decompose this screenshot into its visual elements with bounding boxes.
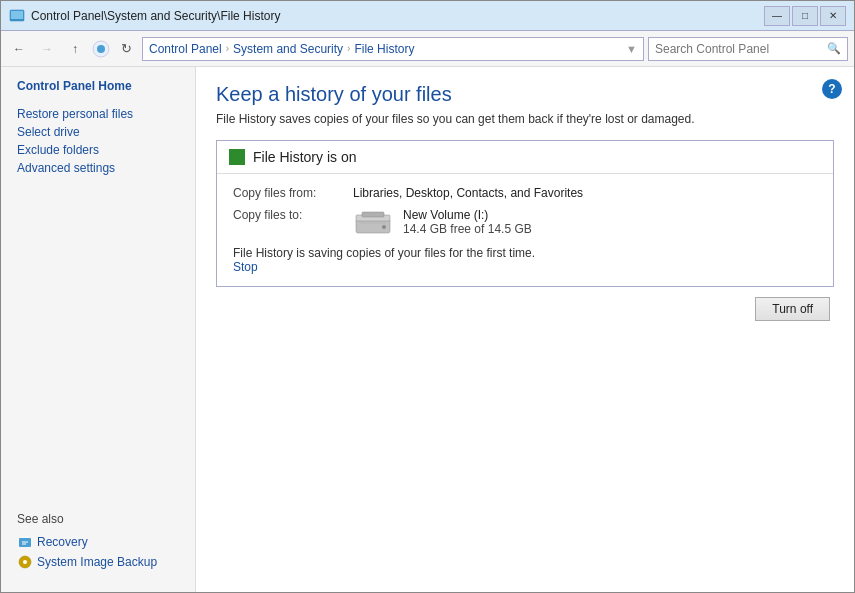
- refresh-button[interactable]: ↻: [114, 37, 138, 61]
- back-button[interactable]: ←: [7, 37, 31, 61]
- copy-from-row: Copy files from: Libraries, Desktop, Con…: [233, 186, 817, 200]
- status-box: File History is on Copy files from: Libr…: [216, 140, 834, 287]
- svg-point-3: [97, 45, 105, 53]
- svg-rect-9: [362, 212, 384, 217]
- help-button[interactable]: ?: [822, 79, 842, 99]
- status-title: File History is on: [253, 149, 356, 165]
- sidebar-backup-item: System Image Backup: [17, 552, 179, 572]
- address-icon: [91, 39, 111, 59]
- button-area: Turn off: [216, 297, 834, 321]
- drive-name: New Volume (I:): [403, 208, 532, 222]
- address-system-security[interactable]: System and Security: [233, 42, 343, 56]
- svg-point-11: [382, 225, 386, 229]
- address-control-panel[interactable]: Control Panel: [149, 42, 222, 56]
- sidebar-home-link[interactable]: Control Panel Home: [1, 77, 195, 95]
- sidebar: Control Panel Home Restore personal file…: [1, 67, 196, 592]
- recovery-link[interactable]: Recovery: [37, 535, 88, 549]
- close-button[interactable]: ✕: [820, 6, 846, 26]
- system-backup-icon: [17, 554, 33, 570]
- window-icon: [9, 8, 25, 24]
- copy-to-label: Copy files to:: [233, 208, 353, 238]
- drive-icon: [353, 208, 393, 238]
- window-title: Control Panel\System and Security\File H…: [31, 9, 280, 23]
- search-input[interactable]: [655, 42, 827, 56]
- page-description: File History saves copies of your files …: [216, 112, 834, 126]
- svg-rect-1: [11, 11, 23, 19]
- sidebar-see-also-section: See also Recovery: [1, 502, 195, 582]
- main-panel: ? Keep a history of your files File Hist…: [196, 67, 854, 592]
- title-bar-controls: — □ ✕: [764, 6, 846, 26]
- svg-point-6: [23, 560, 27, 564]
- maximize-button[interactable]: □: [792, 6, 818, 26]
- status-header: File History is on: [217, 141, 833, 174]
- sidebar-advanced-settings-link[interactable]: Advanced settings: [1, 159, 195, 177]
- turn-off-button[interactable]: Turn off: [755, 297, 830, 321]
- copy-from-label: Copy files from:: [233, 186, 353, 200]
- address-file-history[interactable]: File History: [354, 42, 414, 56]
- minimize-button[interactable]: —: [764, 6, 790, 26]
- forward-button[interactable]: →: [35, 37, 59, 61]
- copy-from-value: Libraries, Desktop, Contacts, and Favori…: [353, 186, 583, 200]
- sidebar-restore-link[interactable]: Restore personal files: [1, 105, 195, 123]
- title-bar-left: Control Panel\System and Security\File H…: [9, 8, 280, 24]
- window: Control Panel\System and Security\File H…: [0, 0, 855, 593]
- address-bar: Control Panel › System and Security › Fi…: [142, 37, 644, 61]
- sidebar-select-drive-link[interactable]: Select drive: [1, 123, 195, 141]
- search-icon: 🔍: [827, 42, 841, 55]
- saving-text: File History is saving copies of your fi…: [233, 246, 817, 260]
- stop-link[interactable]: Stop: [233, 260, 258, 274]
- status-indicator: [229, 149, 245, 165]
- drive-space: 14.4 GB free of 14.5 GB: [403, 222, 532, 236]
- recovery-icon: [17, 534, 33, 550]
- status-content: Copy files from: Libraries, Desktop, Con…: [217, 174, 833, 286]
- page-title: Keep a history of your files: [216, 83, 834, 106]
- address-dropdown-icon[interactable]: ▼: [626, 43, 637, 55]
- system-backup-link[interactable]: System Image Backup: [37, 555, 157, 569]
- sidebar-recovery-item: Recovery: [17, 532, 179, 552]
- title-bar: Control Panel\System and Security\File H…: [1, 1, 854, 31]
- copy-to-row: Copy files to:: [233, 208, 817, 238]
- drive-info: New Volume (I:) 14.4 GB free of 14.5 GB: [353, 208, 532, 238]
- drive-details: New Volume (I:) 14.4 GB free of 14.5 GB: [403, 208, 532, 236]
- content-area: Control Panel Home Restore personal file…: [1, 67, 854, 592]
- sidebar-exclude-folders-link[interactable]: Exclude folders: [1, 141, 195, 159]
- up-button[interactable]: ↑: [63, 37, 87, 61]
- see-also-label: See also: [17, 512, 179, 526]
- nav-bar: ← → ↑ ↻ Control Panel › System and Secur…: [1, 31, 854, 67]
- search-box: 🔍: [648, 37, 848, 61]
